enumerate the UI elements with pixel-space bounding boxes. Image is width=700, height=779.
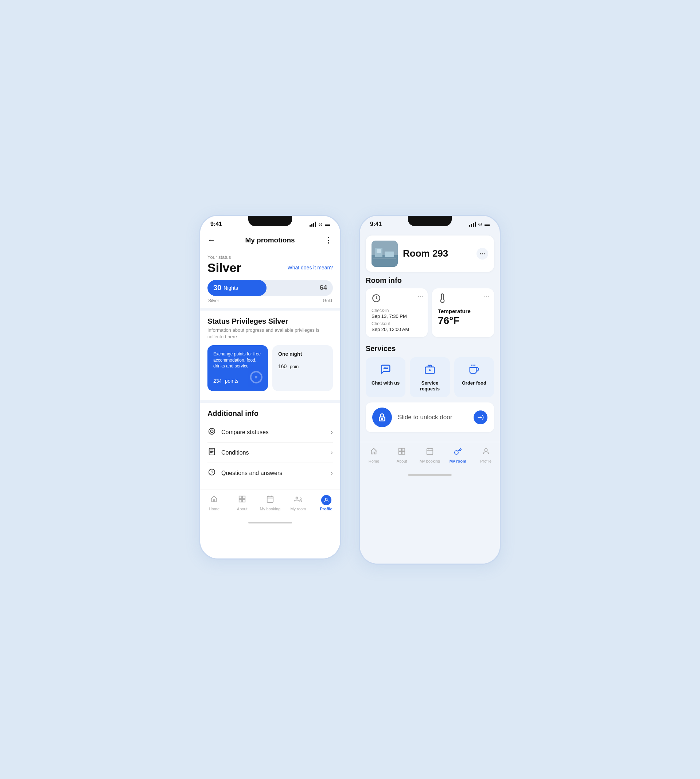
nav-myroom-1[interactable]: My room: [284, 494, 312, 513]
phone-1-content: ← My promotions ⋮ Your status Silver Wha…: [200, 230, 340, 558]
privileges-title: Status Privileges Silver: [207, 317, 333, 326]
info-item-compare-left: Compare statuses: [207, 427, 269, 437]
nav-home-label-2: Home: [368, 459, 379, 463]
service-chat[interactable]: Chat with us: [366, 357, 405, 398]
promo-card-gray[interactable]: One night 160 poin: [272, 345, 333, 391]
info-item-conditions[interactable]: Conditions ›: [207, 443, 333, 463]
room-more-button[interactable]: [477, 248, 488, 260]
phone-2-content: Room 293 Room info ⋯ Check-in Sep: [360, 235, 500, 564]
food-label: Order food: [462, 380, 487, 386]
room-img-inner: [372, 241, 398, 267]
svg-rect-11: [242, 499, 245, 502]
svg-rect-8: [239, 496, 242, 499]
phone-1-header: ← My promotions ⋮: [200, 230, 340, 249]
room-image: [372, 241, 398, 267]
bottom-nav-1: Home About My booking: [200, 489, 340, 519]
svg-point-24: [480, 253, 481, 254]
svg-point-30: [387, 368, 388, 369]
chat-icon: [380, 364, 391, 377]
progress-bar: 30 Nights 64: [207, 280, 333, 296]
unlock-lock-button[interactable]: [372, 408, 392, 427]
info-item-qa[interactable]: ? Questions and answers ›: [207, 463, 333, 483]
wifi-icon-2: ⊜: [478, 221, 482, 227]
room-card: Room 293: [366, 235, 494, 272]
svg-rect-39: [399, 448, 402, 451]
additional-title: Additional info: [207, 409, 333, 418]
status-icons-2: ⊜ ▬: [469, 221, 490, 227]
services-grid: Chat with us Service requests Order food: [366, 357, 494, 398]
nav-about-2[interactable]: About: [388, 446, 416, 465]
status-row: Silver What does it mean?: [207, 261, 333, 275]
svg-rect-42: [402, 452, 405, 454]
home-indicator-2: [408, 474, 452, 476]
svg-point-17: [325, 498, 327, 500]
svg-rect-21: [377, 249, 381, 253]
temp-label: Temperature: [438, 308, 488, 314]
info-item-compare[interactable]: Compare statuses ›: [207, 422, 333, 443]
checkin-card-more[interactable]: ⋯: [417, 293, 423, 300]
clock-icon: [372, 293, 422, 305]
nav-profile-2[interactable]: Profile: [472, 446, 500, 465]
profile-icon-2: [482, 447, 490, 458]
svg-point-38: [382, 418, 382, 419]
nav-home-2[interactable]: Home: [360, 446, 388, 465]
unlock-card[interactable]: Slide to unlock door: [366, 403, 494, 432]
nav-booking-label-2: My booking: [420, 459, 440, 463]
room-info-section: Room info ⋯ Check-in Sep 13, 7:30 PM Che…: [360, 276, 500, 341]
notch-2: [408, 216, 452, 226]
progress-nights-number: 30: [213, 284, 221, 292]
service-food[interactable]: Order food: [454, 357, 494, 398]
promo-card-gray-points: 160 poin: [278, 358, 327, 371]
svg-point-47: [485, 449, 487, 451]
privileges-section: Status Privileges Silver Information abo…: [200, 311, 340, 400]
signal-icon: [310, 221, 316, 227]
checkout-value: Sep 20, 12:00 AM: [372, 326, 422, 332]
nav-myroom-2[interactable]: My room: [444, 446, 472, 465]
svg-rect-12: [267, 496, 273, 503]
status-section: Your status Silver What does it mean? 30…: [200, 249, 340, 308]
what-does-it-mean-link[interactable]: What does it mean?: [287, 265, 333, 270]
nav-booking-label-1: My booking: [260, 507, 280, 511]
progress-end-label: Gold: [323, 298, 332, 303]
phone-1: 9:41 ⊜ ▬ ← My promotions ⋮ Yo: [199, 215, 341, 559]
services-section: Services Chat with us Service requests: [360, 341, 500, 436]
myroom-icon-1: [294, 495, 302, 505]
room-info-cards: ⋯ Check-in Sep 13, 7:30 PM Checkout Sep …: [366, 288, 494, 337]
svg-point-25: [482, 253, 483, 254]
nav-about-1[interactable]: About: [228, 494, 256, 513]
nav-myroom-label-1: My room: [290, 507, 306, 511]
more-button[interactable]: ⋮: [325, 235, 333, 245]
signal-icon-2: [469, 221, 476, 227]
unlock-handle-button[interactable]: [473, 411, 487, 424]
bottom-nav-2: Home About My booking: [360, 442, 500, 471]
unlock-text: Slide to unlock door: [398, 414, 468, 421]
info-item-qa-left: ? Questions and answers: [207, 468, 282, 478]
divider-2: [200, 400, 340, 403]
temp-card-more[interactable]: ⋯: [484, 293, 490, 300]
nav-booking-2[interactable]: My booking: [416, 446, 444, 465]
promo-card-blue[interactable]: Exchange points for free accommodation, …: [207, 345, 268, 391]
temp-value: 76°F: [438, 315, 488, 326]
checkout-label: Checkout: [372, 321, 422, 326]
back-button[interactable]: ←: [207, 235, 215, 245]
nav-profile-1[interactable]: Profile: [312, 494, 340, 513]
nav-home-1[interactable]: Home: [200, 494, 228, 513]
profile-avatar-1: [321, 495, 332, 505]
nav-booking-1[interactable]: My booking: [256, 494, 284, 513]
home-icon-1: [210, 495, 218, 505]
compare-arrow-icon: ›: [331, 428, 333, 436]
home-icon-2: [370, 447, 378, 458]
info-item-conditions-left: Conditions: [207, 448, 249, 458]
service-requests-label: Service requests: [413, 380, 446, 393]
service-requests[interactable]: Service requests: [410, 357, 450, 398]
privileges-desc: Information about progress and available…: [207, 327, 333, 340]
nav-myroom-label-2: My room: [450, 459, 466, 463]
svg-rect-43: [427, 449, 433, 455]
nav-about-label-1: About: [237, 507, 248, 511]
svg-rect-9: [242, 496, 245, 499]
checkin-value: Sep 13, 7:30 PM: [372, 313, 422, 319]
status-value: Silver: [207, 261, 242, 275]
myroom-icon-2-active: [454, 447, 462, 458]
svg-point-0: [209, 428, 215, 434]
conditions-icon: [207, 448, 216, 458]
